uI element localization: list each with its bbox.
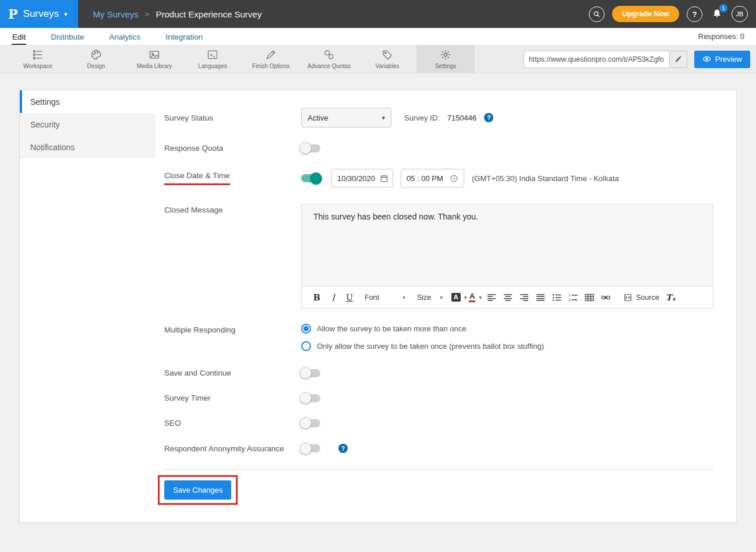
help-button[interactable]: ? [687,6,702,22]
anonymity-toggle[interactable] [301,444,320,452]
italic-button[interactable]: I [325,290,341,305]
app-switcher[interactable]: P Surveys ▾ [0,0,78,28]
save-continue-label: Save and Continue [164,369,301,377]
closed-message-input[interactable]: This survey has been closed now. Thank y… [302,204,713,286]
upgrade-now-button[interactable]: Upgrade Now [612,6,679,22]
toolbar-right: Preview [524,45,756,73]
rich-text-toolbar: B I U Font ▾ Size ▾ A ▾ [302,286,713,308]
tab-distribute[interactable]: Distribute [50,30,84,45]
remove-format-button[interactable]: Tₓ [663,290,679,305]
survey-status-value: Active [308,114,328,122]
align-right-button[interactable] [516,290,532,305]
size-dropdown-label: Size [417,293,431,302]
toolbar-item-advance-quotas[interactable]: Advance Quotas [300,45,358,73]
toolbar-item-settings[interactable]: Settings [416,45,475,73]
search-icon [593,10,600,18]
numbered-list-button[interactable]: 12 [565,290,581,305]
toolbar-item-workspace[interactable]: Workspace [9,45,67,73]
eye-icon [702,55,711,63]
page-body: Settings Security Notifications Survey S… [0,73,756,539]
survey-status-row: Survey Status Active ▾ Survey ID: 715044… [164,108,713,128]
close-date-toggle[interactable] [301,174,320,182]
save-continue-toggle[interactable] [301,369,320,377]
survey-status-select[interactable]: Active ▾ [301,108,391,128]
size-dropdown[interactable]: Size ▾ [414,290,446,305]
insert-table-button[interactable] [581,290,598,305]
survey-id-help-icon[interactable]: ? [484,113,493,122]
table-icon [585,293,594,302]
close-date-input[interactable]: 10/30/2020 [331,169,393,187]
breadcrumb-my-surveys[interactable]: My Surveys [93,9,139,19]
background-color-button[interactable]: A ▾ [451,290,467,305]
quota-links-icon [323,49,335,61]
font-dropdown[interactable]: Font ▾ [361,290,409,305]
survey-timer-row: Survey Timer [164,394,713,402]
close-time-input[interactable]: 05 : 00 PM [401,169,464,187]
section-nav: Edit Distribute Analytics Integration Re… [0,28,756,45]
breadcrumb: My Surveys > Product Experience Survey [93,9,262,19]
closed-message-row: Closed Message This survey has been clos… [164,204,713,309]
sidebar-item-notifications[interactable]: Notifications [20,136,156,158]
chevron-down-icon: ▾ [479,295,482,300]
tab-edit[interactable]: Edit [12,30,26,45]
product-name: Surveys [23,8,59,20]
image-icon [149,49,160,61]
seo-toggle[interactable] [301,419,320,427]
gear-icon [440,49,451,61]
breadcrumb-current-survey: Product Experience Survey [156,9,262,19]
source-button[interactable]: Source [620,290,663,305]
svg-text:a: a [213,55,216,58]
multiple-responding-row: Multiple Responding Allow the survey to … [164,324,713,351]
align-justify-button[interactable] [532,290,549,305]
settings-sidebar: Settings Security Notifications [20,90,156,522]
radio-allow-multiple[interactable]: Allow the survey to be taken more than o… [301,324,467,334]
survey-timer-toggle[interactable] [301,394,320,402]
svg-text:2: 2 [568,298,571,302]
toolbar-item-media-library[interactable]: Media Library [125,45,183,73]
tool-label: Media Library [137,63,172,69]
tool-label: Workspace [23,63,52,69]
font-dropdown-label: Font [365,293,379,302]
survey-timer-label: Survey Timer [164,394,301,402]
notifications-button[interactable]: 1 [710,7,724,21]
align-center-button[interactable] [500,290,516,305]
toolbar-item-variables[interactable]: Variables [358,45,416,73]
translate-icon: Aa [207,49,218,61]
toolbar-item-design[interactable]: Design [67,45,125,73]
search-button[interactable] [589,6,605,22]
edit-url-button[interactable] [669,51,687,68]
response-quota-toggle[interactable] [301,144,320,153]
toolbar-item-languages[interactable]: Aa Languages [183,45,242,73]
source-icon [623,293,633,302]
tab-analytics[interactable]: Analytics [108,30,141,45]
anonymity-help-icon[interactable]: ? [338,444,348,453]
survey-url-input[interactable] [524,51,669,68]
preview-label: Preview [715,55,742,63]
svg-text:1: 1 [568,293,571,297]
toolbar-item-finish-options[interactable]: Finish Options [242,45,300,73]
align-right-icon [520,293,529,302]
sidebar-item-settings[interactable]: Settings [20,90,156,113]
avatar[interactable]: JB [732,6,748,22]
chevron-down-icon: ▾ [64,10,68,18]
settings-form: Survey Status Active ▾ Survey ID: 715044… [156,90,737,522]
save-changes-button[interactable]: Save Changes [164,480,231,500]
header-actions: Upgrade Now ? 1 JB [589,6,756,22]
settings-card: Settings Security Notifications Survey S… [19,90,737,523]
sidebar-item-security[interactable]: Security [20,113,156,136]
chevron-down-icon: ▾ [464,295,467,300]
tab-integration[interactable]: Integration [165,30,203,45]
survey-url-box [524,51,687,68]
text-color-button[interactable]: A ▾ [467,290,483,305]
bold-button[interactable]: B [309,290,325,305]
anonymity-label: Respondent Anonymity Assurance [164,444,301,453]
top-header: P Surveys ▾ My Surveys > Product Experie… [0,0,756,28]
underline-button[interactable]: U [341,290,358,305]
link-icon [601,293,610,302]
insert-link-button[interactable] [598,290,614,305]
close-date-row: Close Date & Time 10/30/2020 05 : 00 PM [164,169,713,187]
radio-only-once[interactable]: Only allow the survey to be taken once (… [301,341,544,351]
align-left-button[interactable] [483,290,500,305]
preview-button[interactable]: Preview [694,51,750,68]
bullet-list-button[interactable] [549,290,565,305]
